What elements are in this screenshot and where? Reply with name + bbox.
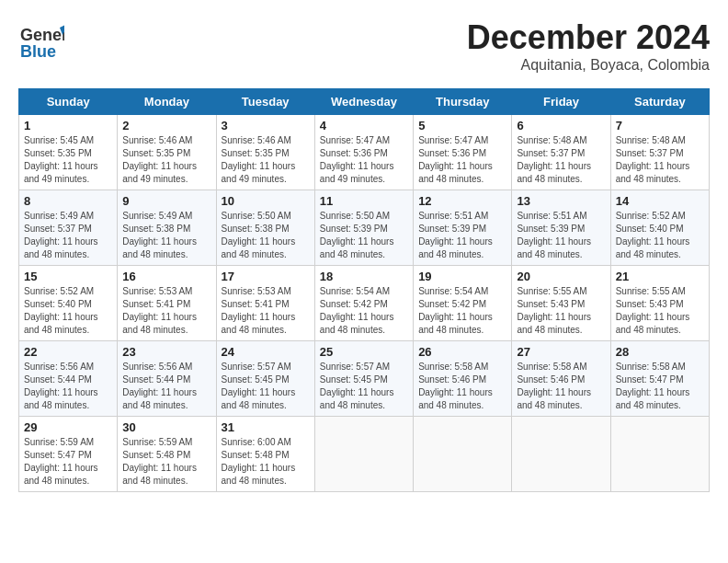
day-info: Sunrise: 5:51 AMSunset: 5:39 PMDaylight:… xyxy=(418,210,506,261)
calendar-cell: 21 Sunrise: 5:55 AMSunset: 5:43 PMDaylig… xyxy=(610,266,709,341)
day-info: Sunrise: 5:57 AMSunset: 5:45 PMDaylight:… xyxy=(320,361,408,412)
calendar-cell: 12 Sunrise: 5:51 AMSunset: 5:39 PMDaylig… xyxy=(414,190,512,266)
calendar-cell: 5 Sunrise: 5:47 AMSunset: 5:36 PMDayligh… xyxy=(414,115,512,190)
calendar-cell: 24 Sunrise: 5:57 AMSunset: 5:45 PMDaylig… xyxy=(216,341,314,417)
calendar-table: SundayMondayTuesdayWednesdayThursdayFrid… xyxy=(18,88,710,492)
calendar-cell xyxy=(610,417,709,492)
day-info: Sunrise: 5:45 AMSunset: 5:35 PMDaylight:… xyxy=(24,134,112,186)
calendar-cell: 14 Sunrise: 5:52 AMSunset: 5:40 PMDaylig… xyxy=(610,190,709,266)
day-number: 24 xyxy=(222,345,310,359)
calendar-cell: 23 Sunrise: 5:56 AMSunset: 5:44 PMDaylig… xyxy=(118,341,216,417)
calendar-cell: 29 Sunrise: 5:59 AMSunset: 5:47 PMDaylig… xyxy=(19,417,118,492)
day-info: Sunrise: 5:52 AMSunset: 5:40 PMDaylight:… xyxy=(616,210,704,261)
day-info: Sunrise: 5:47 AMSunset: 5:36 PMDaylight:… xyxy=(320,134,408,186)
day-info: Sunrise: 5:56 AMSunset: 5:44 PMDaylight:… xyxy=(122,361,210,412)
calendar-week-row: 15 Sunrise: 5:52 AMSunset: 5:40 PMDaylig… xyxy=(19,266,710,341)
day-number: 1 xyxy=(24,119,112,132)
logo-icon: General Blue xyxy=(18,18,64,68)
page-header: General Blue December 2024 Aquitania, Bo… xyxy=(18,18,710,74)
day-number: 14 xyxy=(616,194,704,208)
calendar-cell: 8 Sunrise: 5:49 AMSunset: 5:37 PMDayligh… xyxy=(19,190,118,266)
day-number: 6 xyxy=(517,119,605,132)
day-number: 2 xyxy=(122,119,210,132)
calendar-cell: 18 Sunrise: 5:54 AMSunset: 5:42 PMDaylig… xyxy=(314,266,413,341)
day-number: 31 xyxy=(222,420,310,434)
calendar-cell: 1 Sunrise: 5:45 AMSunset: 5:35 PMDayligh… xyxy=(19,115,118,190)
location-subtitle: Aquitania, Boyaca, Colombia xyxy=(467,57,710,74)
svg-text:General: General xyxy=(20,26,64,44)
day-info: Sunrise: 5:55 AMSunset: 5:43 PMDaylight:… xyxy=(616,285,704,337)
day-number: 12 xyxy=(418,194,506,208)
calendar-cell: 26 Sunrise: 5:58 AMSunset: 5:46 PMDaylig… xyxy=(414,341,512,417)
day-info: Sunrise: 5:54 AMSunset: 5:42 PMDaylight:… xyxy=(320,285,408,337)
calendar-week-row: 29 Sunrise: 5:59 AMSunset: 5:47 PMDaylig… xyxy=(19,417,710,492)
calendar-cell xyxy=(414,417,512,492)
day-info: Sunrise: 5:57 AMSunset: 5:45 PMDaylight:… xyxy=(222,361,310,412)
day-info: Sunrise: 5:52 AMSunset: 5:40 PMDaylight:… xyxy=(24,285,112,337)
day-info: Sunrise: 5:59 AMSunset: 5:48 PMDaylight:… xyxy=(122,436,210,488)
day-number: 7 xyxy=(616,119,704,132)
calendar-week-row: 22 Sunrise: 5:56 AMSunset: 5:44 PMDaylig… xyxy=(19,341,710,417)
weekday-header: Tuesday xyxy=(216,89,314,115)
day-info: Sunrise: 5:58 AMSunset: 5:46 PMDaylight:… xyxy=(418,361,506,412)
day-info: Sunrise: 5:48 AMSunset: 5:37 PMDaylight:… xyxy=(517,134,605,186)
day-info: Sunrise: 5:56 AMSunset: 5:44 PMDaylight:… xyxy=(24,361,112,412)
calendar-cell: 9 Sunrise: 5:49 AMSunset: 5:38 PMDayligh… xyxy=(118,190,216,266)
day-number: 17 xyxy=(222,270,310,283)
day-info: Sunrise: 5:49 AMSunset: 5:38 PMDaylight:… xyxy=(122,210,210,261)
calendar-cell: 19 Sunrise: 5:54 AMSunset: 5:42 PMDaylig… xyxy=(414,266,512,341)
logo: General Blue xyxy=(18,18,64,68)
day-info: Sunrise: 5:46 AMSunset: 5:35 PMDaylight:… xyxy=(222,134,310,186)
day-info: Sunrise: 5:48 AMSunset: 5:37 PMDaylight:… xyxy=(616,134,704,186)
weekday-header: Thursday xyxy=(414,89,512,115)
weekday-header: Friday xyxy=(512,89,610,115)
day-number: 13 xyxy=(517,194,605,208)
calendar-cell: 15 Sunrise: 5:52 AMSunset: 5:40 PMDaylig… xyxy=(19,266,118,341)
calendar-cell: 11 Sunrise: 5:50 AMSunset: 5:39 PMDaylig… xyxy=(314,190,413,266)
calendar-cell: 16 Sunrise: 5:53 AMSunset: 5:41 PMDaylig… xyxy=(118,266,216,341)
day-number: 10 xyxy=(222,194,310,208)
calendar-cell: 10 Sunrise: 5:50 AMSunset: 5:38 PMDaylig… xyxy=(216,190,314,266)
calendar-cell: 13 Sunrise: 5:51 AMSunset: 5:39 PMDaylig… xyxy=(512,190,610,266)
day-info: Sunrise: 5:53 AMSunset: 5:41 PMDaylight:… xyxy=(122,285,210,337)
day-number: 23 xyxy=(122,345,210,359)
calendar-cell: 3 Sunrise: 5:46 AMSunset: 5:35 PMDayligh… xyxy=(216,115,314,190)
day-info: Sunrise: 5:58 AMSunset: 5:46 PMDaylight:… xyxy=(517,361,605,412)
day-info: Sunrise: 5:58 AMSunset: 5:47 PMDaylight:… xyxy=(616,361,704,412)
calendar-cell: 27 Sunrise: 5:58 AMSunset: 5:46 PMDaylig… xyxy=(512,341,610,417)
day-number: 11 xyxy=(320,194,408,208)
day-number: 26 xyxy=(418,345,506,359)
weekday-header-row: SundayMondayTuesdayWednesdayThursdayFrid… xyxy=(19,89,710,115)
calendar-cell: 2 Sunrise: 5:46 AMSunset: 5:35 PMDayligh… xyxy=(118,115,216,190)
day-info: Sunrise: 5:49 AMSunset: 5:37 PMDaylight:… xyxy=(24,210,112,261)
calendar-cell: 4 Sunrise: 5:47 AMSunset: 5:36 PMDayligh… xyxy=(314,115,413,190)
day-info: Sunrise: 5:50 AMSunset: 5:38 PMDaylight:… xyxy=(222,210,310,261)
calendar-cell: 17 Sunrise: 5:53 AMSunset: 5:41 PMDaylig… xyxy=(216,266,314,341)
day-number: 25 xyxy=(320,345,408,359)
calendar-cell: 22 Sunrise: 5:56 AMSunset: 5:44 PMDaylig… xyxy=(19,341,118,417)
svg-text:Blue: Blue xyxy=(20,42,56,61)
day-number: 4 xyxy=(320,119,408,132)
calendar-cell: 28 Sunrise: 5:58 AMSunset: 5:47 PMDaylig… xyxy=(610,341,709,417)
weekday-header: Saturday xyxy=(610,89,709,115)
day-number: 19 xyxy=(418,270,506,283)
day-info: Sunrise: 5:51 AMSunset: 5:39 PMDaylight:… xyxy=(517,210,605,261)
calendar-cell xyxy=(314,417,413,492)
weekday-header: Monday xyxy=(118,89,216,115)
title-area: December 2024 Aquitania, Boyaca, Colombi… xyxy=(467,18,710,74)
weekday-header: Wednesday xyxy=(314,89,413,115)
day-number: 3 xyxy=(222,119,310,132)
calendar-week-row: 1 Sunrise: 5:45 AMSunset: 5:35 PMDayligh… xyxy=(19,115,710,190)
day-number: 9 xyxy=(122,194,210,208)
day-info: Sunrise: 5:55 AMSunset: 5:43 PMDaylight:… xyxy=(517,285,605,337)
day-number: 22 xyxy=(24,345,112,359)
day-number: 20 xyxy=(517,270,605,283)
calendar-week-row: 8 Sunrise: 5:49 AMSunset: 5:37 PMDayligh… xyxy=(19,190,710,266)
day-info: Sunrise: 5:59 AMSunset: 5:47 PMDaylight:… xyxy=(24,436,112,488)
day-number: 18 xyxy=(320,270,408,283)
day-number: 5 xyxy=(418,119,506,132)
day-number: 16 xyxy=(122,270,210,283)
day-number: 21 xyxy=(616,270,704,283)
calendar-cell: 31 Sunrise: 6:00 AMSunset: 5:48 PMDaylig… xyxy=(216,417,314,492)
day-info: Sunrise: 5:53 AMSunset: 5:41 PMDaylight:… xyxy=(222,285,310,337)
